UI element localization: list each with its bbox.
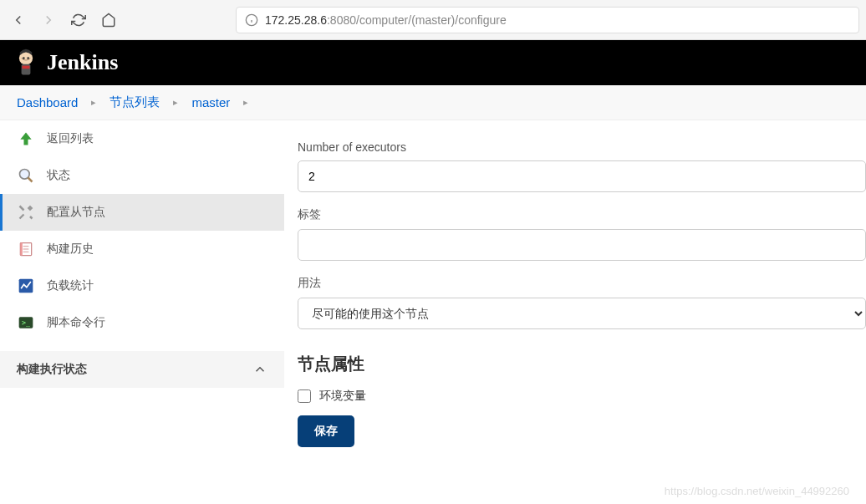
home-button[interactable] xyxy=(97,8,120,32)
breadcrumb-sep: ▸ xyxy=(173,97,178,108)
jenkins-logo[interactable]: Jenkins xyxy=(13,48,118,78)
sidebar-item-configure[interactable]: 配置从节点 xyxy=(0,194,284,231)
url-bar[interactable]: 172.25.28.6:8080/computer/(master)/confi… xyxy=(236,7,859,33)
terminal-icon: >_ xyxy=(17,313,35,332)
forward-button[interactable] xyxy=(37,8,60,32)
up-arrow-icon xyxy=(17,130,35,148)
usage-select[interactable]: 尽可能的使用这个节点 xyxy=(298,298,866,329)
sidebar-item-label: 构建历史 xyxy=(47,242,94,257)
usage-label: 用法 xyxy=(298,276,866,291)
env-vars-row: 环境变量 xyxy=(298,389,866,404)
sidebar: 返回列表 状态 配置从节点 构建历史 负载统计 xyxy=(0,120,284,467)
executors-label: Number of executors xyxy=(298,140,866,154)
env-vars-checkbox[interactable] xyxy=(298,389,311,403)
info-icon xyxy=(245,13,258,27)
sidebar-item-label: 返回列表 xyxy=(47,131,94,146)
sidebar-item-label: 负载统计 xyxy=(47,278,94,293)
svg-text:>_: >_ xyxy=(22,318,31,327)
properties-title: 节点属性 xyxy=(298,353,866,375)
notepad-icon xyxy=(17,240,35,258)
url-host: 172.25.28.6 xyxy=(265,13,327,27)
sidebar-item-history[interactable]: 构建历史 xyxy=(0,231,284,267)
svg-line-9 xyxy=(28,178,33,182)
sidebar-item-script[interactable]: >_ 脚本命令行 xyxy=(0,304,284,341)
layout: 返回列表 状态 配置从节点 构建历史 负载统计 xyxy=(0,120,866,467)
sidebar-section-label: 构建执行状态 xyxy=(17,362,87,377)
breadcrumb-sep: ▸ xyxy=(243,97,248,108)
breadcrumb-dashboard[interactable]: Dashboard xyxy=(17,95,78,109)
sidebar-item-back[interactable]: 返回列表 xyxy=(0,120,284,157)
breadcrumb-master[interactable]: master xyxy=(191,95,230,109)
wrench-icon xyxy=(17,203,35,221)
sidebar-item-label: 状态 xyxy=(47,168,70,183)
svg-point-6 xyxy=(23,57,25,59)
sidebar-item-label: 配置从节点 xyxy=(47,205,105,220)
svg-rect-5 xyxy=(23,66,30,69)
jenkins-header: Jenkins xyxy=(0,40,866,85)
labels-input[interactable] xyxy=(298,229,866,261)
jenkins-brand-text: Jenkins xyxy=(47,50,118,75)
sidebar-item-status[interactable]: 状态 xyxy=(0,157,284,194)
breadcrumb-nodes[interactable]: 节点列表 xyxy=(110,94,160,110)
env-vars-label: 环境变量 xyxy=(319,389,366,404)
main-content: Number of executors 标签 用法 尽可能的使用这个节点 节点属… xyxy=(284,120,866,467)
executors-input[interactable] xyxy=(298,160,866,192)
breadcrumb-sep: ▸ xyxy=(91,97,96,108)
svg-rect-14 xyxy=(20,243,23,256)
url-path: :8080/computer/(master)/configure xyxy=(327,13,507,27)
sidebar-section-build-queue[interactable]: 构建执行状态 xyxy=(0,351,284,388)
browser-toolbar: 172.25.28.6:8080/computer/(master)/confi… xyxy=(0,0,866,40)
chart-icon xyxy=(17,277,35,295)
labels-label: 标签 xyxy=(298,207,866,222)
magnifier-icon xyxy=(17,166,35,185)
jenkins-mascot-icon xyxy=(13,48,38,78)
sidebar-item-label: 脚本命令行 xyxy=(47,315,105,330)
breadcrumbs: Dashboard ▸ 节点列表 ▸ master ▸ xyxy=(0,85,866,120)
sidebar-item-load[interactable]: 负载统计 xyxy=(0,267,284,304)
back-button[interactable] xyxy=(7,8,30,32)
svg-point-8 xyxy=(20,170,30,180)
chevron-up-icon xyxy=(252,362,267,377)
reload-button[interactable] xyxy=(67,8,90,32)
save-button[interactable]: 保存 xyxy=(298,415,354,447)
svg-point-7 xyxy=(27,57,29,59)
